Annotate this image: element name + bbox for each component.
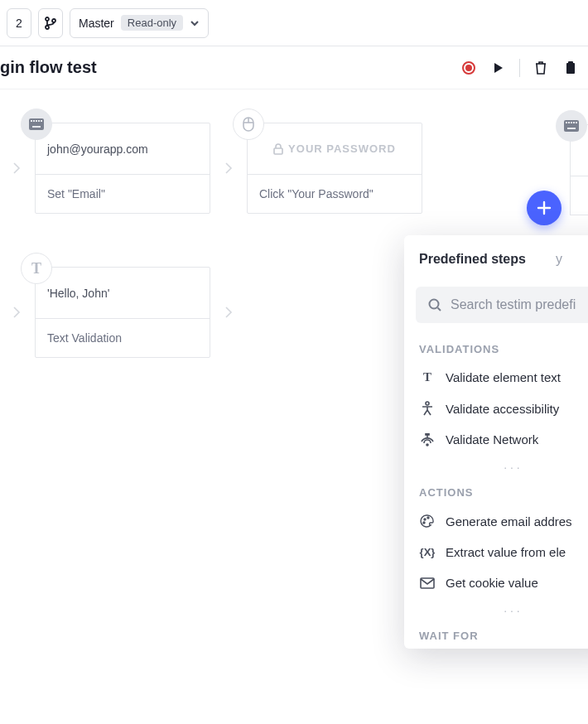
item-label: Extract value from ele xyxy=(446,545,566,559)
section-label-waitfor: WAIT FOR xyxy=(404,615,588,649)
branch-name: Master xyxy=(79,17,114,30)
partial-step-right[interactable] xyxy=(570,124,588,215)
item-label: Validate Network xyxy=(446,432,538,446)
svg-rect-19 xyxy=(571,122,572,123)
lock-icon xyxy=(273,143,283,155)
step-footer: Click "Your Password" xyxy=(248,175,422,213)
search-icon xyxy=(427,297,442,312)
palette-icon xyxy=(419,514,436,529)
search-input[interactable]: Search testim predefi xyxy=(416,287,588,323)
counter-value: 2 xyxy=(16,17,22,30)
svg-point-0 xyxy=(46,17,49,21)
svg-rect-12 xyxy=(41,120,42,122)
step-click-password[interactable]: YOUR PASSWORD Click "Your Password" xyxy=(247,123,422,214)
step-type-badge xyxy=(233,109,264,140)
step-type-badge xyxy=(556,110,587,142)
item-label: Validate accessibility xyxy=(446,402,559,416)
svg-rect-10 xyxy=(36,120,37,122)
divider xyxy=(519,59,520,77)
accessibility-icon xyxy=(419,401,436,416)
svg-rect-20 xyxy=(573,122,575,123)
step-header: john@yourapp.com xyxy=(36,123,210,175)
step-arrow xyxy=(5,306,28,319)
step-arrow xyxy=(217,306,240,319)
truncated-indicator: . . . xyxy=(404,455,588,471)
trash-icon xyxy=(534,60,547,75)
topbar: 2 Master Read-only xyxy=(0,0,588,46)
item-get-cookie[interactable]: Get cookie value xyxy=(404,567,588,598)
chevron-down-icon xyxy=(190,18,200,28)
add-step-fab[interactable] xyxy=(527,191,561,225)
svg-rect-13 xyxy=(32,126,41,128)
svg-point-27 xyxy=(424,519,426,520)
play-button[interactable] xyxy=(489,59,508,77)
step-header-text: YOUR PASSWORD xyxy=(288,142,396,155)
counter-chip[interactable]: 2 xyxy=(7,8,31,38)
subheader: gin flow test xyxy=(0,46,588,89)
record-icon xyxy=(461,60,476,75)
step-arrow xyxy=(217,162,240,175)
svg-rect-21 xyxy=(576,122,577,123)
truncated-indicator: . . . xyxy=(404,598,588,615)
item-validate-accessibility[interactable]: Validate accessibility xyxy=(404,393,588,424)
test-title[interactable]: gin flow test xyxy=(0,58,97,77)
section-label-actions: ACTIONS xyxy=(404,471,588,505)
svg-point-28 xyxy=(427,517,429,519)
git-branch-icon xyxy=(45,17,56,30)
plus-icon xyxy=(536,200,552,216)
chevron-right-icon xyxy=(12,306,22,319)
step-row-1: john@yourapp.com Set "Email" YOUR PASSWO… xyxy=(0,123,588,214)
mouse-icon xyxy=(242,116,255,133)
svg-rect-6 xyxy=(568,61,573,64)
svg-point-2 xyxy=(52,19,55,22)
svg-point-4 xyxy=(465,65,472,71)
clipboard-button[interactable] xyxy=(561,59,580,77)
step-set-email[interactable]: john@yourapp.com Set "Email" xyxy=(35,123,210,214)
item-label: Get cookie value xyxy=(446,576,538,590)
svg-rect-8 xyxy=(31,120,32,122)
step-footer: Text Validation xyxy=(36,319,210,357)
record-button[interactable] xyxy=(460,59,478,77)
step-header: YOUR PASSWORD xyxy=(248,123,422,175)
svg-point-25 xyxy=(427,444,428,446)
item-label: Validate element text xyxy=(446,370,561,384)
item-extract-value[interactable]: {X} Extract value from ele xyxy=(404,537,588,567)
svg-rect-11 xyxy=(38,120,40,122)
text-icon: T xyxy=(419,370,436,384)
network-icon xyxy=(419,433,436,446)
tab-other[interactable]: y xyxy=(541,240,577,278)
branch-selector[interactable]: Master Read-only xyxy=(70,8,209,38)
chevron-right-icon xyxy=(224,162,234,175)
svg-rect-9 xyxy=(33,120,35,122)
test-canvas: john@yourapp.com Set "Email" YOUR PASSWO… xyxy=(0,89,588,716)
step-type-badge: T xyxy=(21,253,52,284)
clipboard-icon xyxy=(565,60,576,75)
svg-rect-26 xyxy=(426,433,429,435)
envelope-icon xyxy=(419,577,436,589)
predefined-steps-popover: Predefined steps y Search testim predefi… xyxy=(404,235,588,649)
variable-icon: {X} xyxy=(419,546,436,558)
svg-rect-5 xyxy=(566,63,575,74)
keyboard-icon xyxy=(29,118,44,130)
item-label: Generate email addres xyxy=(446,514,572,529)
step-text-validation[interactable]: T 'Hello, John' Text Validation xyxy=(35,267,210,358)
play-icon xyxy=(492,61,505,75)
svg-rect-18 xyxy=(568,122,570,123)
svg-rect-22 xyxy=(567,128,576,129)
item-validate-element-text[interactable]: T Validate element text xyxy=(404,362,588,393)
step-type-badge xyxy=(21,109,52,140)
step-arrow xyxy=(5,162,28,175)
item-generate-email[interactable]: Generate email addres xyxy=(404,505,588,537)
keyboard-icon xyxy=(564,120,579,132)
search-placeholder: Search testim predefi xyxy=(451,297,576,312)
svg-rect-15 xyxy=(274,148,282,154)
branch-icon-button[interactable] xyxy=(38,8,63,38)
tab-predefined-steps[interactable]: Predefined steps xyxy=(404,240,541,278)
svg-point-29 xyxy=(423,522,425,524)
svg-point-1 xyxy=(46,26,49,29)
chevron-right-icon xyxy=(224,306,234,319)
delete-button[interactable] xyxy=(532,59,550,77)
popover-tabs: Predefined steps y xyxy=(404,235,588,278)
item-validate-network[interactable]: Validate Network xyxy=(404,424,588,455)
step-footer: Set "Email" xyxy=(36,175,210,213)
